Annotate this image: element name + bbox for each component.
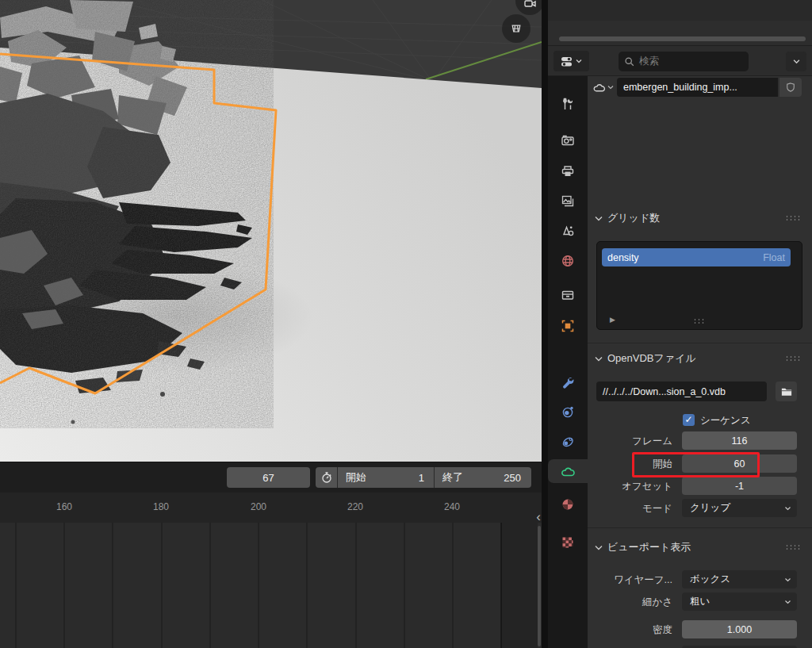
grids-list[interactable]: density Float ▶ <box>596 241 802 330</box>
tab-modifiers[interactable] <box>548 370 588 394</box>
panel-options-button[interactable] <box>786 52 806 71</box>
folder-icon <box>780 386 793 397</box>
tab-physics[interactable] <box>548 430 588 454</box>
id-datablock-row: embergen_building_imp... <box>588 76 812 98</box>
tab-particles[interactable] <box>548 400 588 424</box>
grid-type: Float <box>763 252 785 263</box>
tab-scene[interactable] <box>548 219 588 243</box>
outliner-bottom <box>548 0 812 46</box>
datablock-type-button[interactable] <box>592 81 614 94</box>
grid-perspective-icon <box>508 21 524 36</box>
properties-editor-icon <box>561 56 574 67</box>
timeline-header: 67 開始 1 終了 250 <box>0 462 542 493</box>
section-header-openvdb[interactable]: OpenVDBファイル <box>588 351 812 366</box>
panel-grip-icon[interactable] <box>785 215 800 221</box>
density-label: 密度 <box>588 623 672 637</box>
sequence-checkbox[interactable]: ✓ <box>683 414 695 426</box>
end-frame-field[interactable]: 終了 250 <box>434 467 530 488</box>
tab-view-layer[interactable] <box>548 190 588 213</box>
outliner-hscrollbar[interactable] <box>559 36 806 41</box>
search-input[interactable]: 検索 <box>619 52 749 71</box>
ruler-tick: 240 <box>444 501 460 512</box>
start-value-field[interactable]: 60 <box>682 454 797 473</box>
scene-icon <box>561 224 575 238</box>
wireframe-label: ワイヤーフ... <box>588 573 672 587</box>
tab-world[interactable] <box>548 249 588 273</box>
object-icon <box>561 319 575 333</box>
blender-window: 67 開始 1 終了 250 <box>0 0 812 648</box>
timeline-editor[interactable]: 67 開始 1 終了 250 <box>0 462 542 648</box>
tab-tool[interactable] <box>548 92 588 116</box>
ruler-tick: 200 <box>251 501 266 512</box>
section-header-grids[interactable]: グリッド数 <box>588 210 812 226</box>
frame-range-group: 開始 1 終了 250 <box>316 467 531 488</box>
editor-border[interactable] <box>542 0 548 648</box>
list-expand-icon[interactable]: ▶ <box>610 316 615 324</box>
render-icon <box>561 133 575 148</box>
current-frame-field[interactable]: 67 <box>227 467 310 488</box>
chevron-down-icon <box>793 59 800 64</box>
timeline-scrollbar[interactable] <box>538 526 541 646</box>
texture-icon <box>561 535 575 550</box>
material-icon <box>561 497 575 512</box>
detail-dropdown[interactable]: 粗い <box>682 592 797 611</box>
start-frame-field[interactable]: 開始 1 <box>337 467 434 488</box>
vdb-file-path-field[interactable]: //../../../Down...sion_a_0.vdb <box>596 382 767 401</box>
view-layer-icon <box>561 194 575 209</box>
auto-keying-button[interactable] <box>316 467 337 488</box>
modifier-wrench-icon <box>561 375 575 389</box>
datablock-name-field[interactable]: embergen_building_imp... <box>617 78 778 97</box>
search-placeholder: 検索 <box>639 55 659 68</box>
tab-texture[interactable] <box>548 531 588 554</box>
start-frame-value: 1 <box>419 472 424 484</box>
tab-render[interactable] <box>548 128 588 152</box>
chevron-down-icon <box>595 545 603 550</box>
list-resize-grip-icon[interactable] <box>693 318 706 324</box>
properties-topbar: 検索 <box>548 46 812 76</box>
density-value-field[interactable]: 1.000 <box>682 620 797 638</box>
ruler-tick: 220 <box>347 501 363 512</box>
offset-label: オフセット <box>588 480 672 493</box>
sequence-label: シーケンス <box>700 414 751 428</box>
chevron-down-icon <box>784 600 791 604</box>
timeline-ruler[interactable]: 160 180 200 220 240 <box>0 493 542 523</box>
tab-output[interactable] <box>548 159 588 183</box>
grid-perspective-button[interactable] <box>502 14 530 43</box>
end-frame-value: 250 <box>504 472 521 484</box>
section-header-viewport-display[interactable]: ビューポート表示 <box>588 539 812 555</box>
wireframe-dropdown[interactable]: ボックス <box>682 570 797 589</box>
tab-material[interactable] <box>548 493 588 516</box>
collapse-arrow-icon[interactable]: ‹ <box>536 510 541 523</box>
chevron-down-icon <box>595 356 603 362</box>
open-file-button[interactable] <box>776 382 797 401</box>
panel-grip-icon[interactable] <box>785 355 800 362</box>
grid-name: density <box>607 252 639 263</box>
collection-icon <box>561 288 575 302</box>
tab-object-data[interactable] <box>548 459 588 483</box>
properties-main-panel: グリッド数 density Float ▶ OpenVDBファイル <box>588 98 812 648</box>
chevron-down-icon <box>595 216 603 221</box>
out-of-range-shade <box>501 523 538 648</box>
grid-list-item-density[interactable]: density Float <box>602 248 791 266</box>
tab-object[interactable] <box>548 314 588 338</box>
timeline-tracks[interactable] <box>0 523 542 648</box>
wireframe-value: ボックス <box>690 573 730 586</box>
frame-value-field[interactable]: 116 <box>682 431 797 450</box>
output-icon <box>561 164 575 178</box>
mode-label: モード <box>588 502 672 516</box>
frame-label: フレーム <box>588 435 672 448</box>
3d-viewport[interactable] <box>0 0 542 462</box>
mode-dropdown[interactable]: クリップ <box>682 499 797 517</box>
camera-view-icon <box>523 0 537 8</box>
tab-collection[interactable] <box>548 283 588 307</box>
chevron-down-icon <box>607 85 614 90</box>
panel-grip-icon[interactable] <box>785 544 800 550</box>
ruler-tick: 160 <box>56 501 72 512</box>
volume-data-icon <box>560 464 576 479</box>
stopwatch-icon <box>320 471 333 484</box>
fake-user-button[interactable] <box>779 78 802 97</box>
editor-type-button[interactable] <box>553 51 589 71</box>
start-label: 開始 <box>588 458 672 471</box>
offset-value-field[interactable]: -1 <box>682 477 797 495</box>
viewport-scene <box>0 0 542 462</box>
